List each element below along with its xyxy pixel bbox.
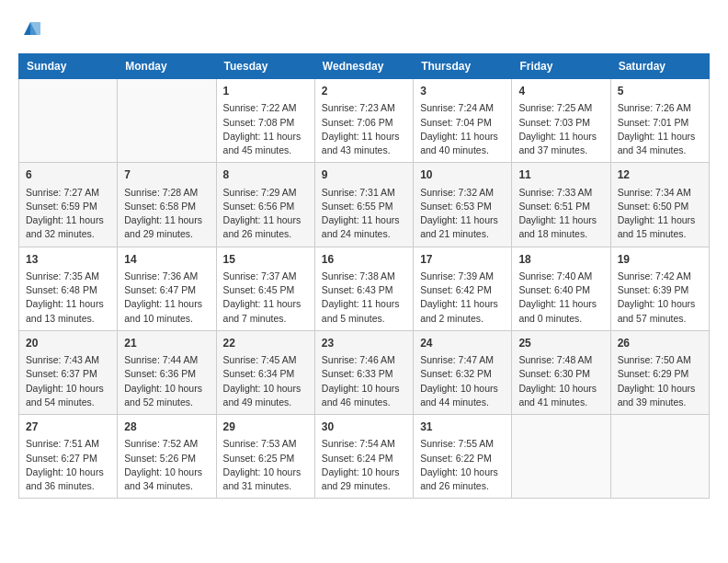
day-number: 4 bbox=[518, 84, 603, 99]
day-number: 9 bbox=[322, 167, 406, 183]
day-detail: Sunrise: 7:22 AM Sunset: 7:08 PM Dayligh… bbox=[223, 101, 308, 157]
calendar-cell bbox=[512, 415, 610, 499]
day-detail: Sunrise: 7:52 AM Sunset: 5:26 PM Dayligh… bbox=[124, 437, 209, 493]
week-row: 20Sunrise: 7:43 AM Sunset: 6:37 PM Dayli… bbox=[19, 330, 710, 414]
day-detail: Sunrise: 7:27 AM Sunset: 6:59 PM Dayligh… bbox=[26, 186, 110, 242]
day-number: 1 bbox=[223, 84, 308, 99]
calendar-cell: 23Sunrise: 7:46 AM Sunset: 6:33 PM Dayli… bbox=[314, 330, 413, 414]
calendar-cell: 6Sunrise: 7:27 AM Sunset: 6:59 PM Daylig… bbox=[19, 163, 118, 247]
day-detail: Sunrise: 7:37 AM Sunset: 6:45 PM Dayligh… bbox=[223, 270, 308, 326]
calendar-cell: 7Sunrise: 7:28 AM Sunset: 6:58 PM Daylig… bbox=[118, 163, 216, 247]
calendar-cell: 21Sunrise: 7:44 AM Sunset: 6:36 PM Dayli… bbox=[118, 330, 216, 414]
day-detail: Sunrise: 7:43 AM Sunset: 6:37 PM Dayligh… bbox=[26, 353, 110, 409]
day-number: 6 bbox=[26, 167, 110, 183]
day-detail: Sunrise: 7:33 AM Sunset: 6:51 PM Dayligh… bbox=[518, 186, 603, 242]
day-number: 26 bbox=[618, 336, 702, 351]
col-header-thursday: Thursday bbox=[414, 54, 512, 79]
calendar-cell: 24Sunrise: 7:47 AM Sunset: 6:32 PM Dayli… bbox=[414, 330, 512, 414]
day-detail: Sunrise: 7:46 AM Sunset: 6:33 PM Dayligh… bbox=[322, 353, 406, 409]
calendar-cell: 11Sunrise: 7:33 AM Sunset: 6:51 PM Dayli… bbox=[512, 163, 610, 247]
col-header-friday: Friday bbox=[512, 54, 610, 79]
day-number: 3 bbox=[420, 84, 505, 99]
day-number: 27 bbox=[26, 419, 110, 435]
week-row: 13Sunrise: 7:35 AM Sunset: 6:48 PM Dayli… bbox=[19, 247, 710, 330]
col-header-saturday: Saturday bbox=[610, 54, 709, 79]
day-number: 11 bbox=[518, 167, 603, 183]
header-row: SundayMondayTuesdayWednesdayThursdayFrid… bbox=[19, 54, 710, 79]
day-number: 2 bbox=[322, 84, 406, 99]
day-number: 15 bbox=[223, 252, 308, 268]
week-row: 6Sunrise: 7:27 AM Sunset: 6:59 PM Daylig… bbox=[19, 163, 710, 247]
week-row: 1Sunrise: 7:22 AM Sunset: 7:08 PM Daylig… bbox=[19, 79, 710, 163]
calendar-cell: 26Sunrise: 7:50 AM Sunset: 6:29 PM Dayli… bbox=[610, 330, 709, 414]
calendar-cell: 22Sunrise: 7:45 AM Sunset: 6:34 PM Dayli… bbox=[216, 330, 314, 414]
day-detail: Sunrise: 7:38 AM Sunset: 6:43 PM Dayligh… bbox=[322, 270, 406, 326]
day-detail: Sunrise: 7:55 AM Sunset: 6:22 PM Dayligh… bbox=[420, 437, 505, 493]
day-detail: Sunrise: 7:31 AM Sunset: 6:55 PM Dayligh… bbox=[322, 186, 406, 242]
day-number: 8 bbox=[223, 167, 308, 183]
calendar-cell: 17Sunrise: 7:39 AM Sunset: 6:42 PM Dayli… bbox=[414, 247, 512, 330]
day-number: 17 bbox=[420, 252, 505, 268]
calendar-cell: 15Sunrise: 7:37 AM Sunset: 6:45 PM Dayli… bbox=[216, 247, 314, 330]
col-header-monday: Monday bbox=[118, 54, 216, 79]
day-detail: Sunrise: 7:36 AM Sunset: 6:47 PM Dayligh… bbox=[124, 270, 209, 326]
day-detail: Sunrise: 7:45 AM Sunset: 6:34 PM Dayligh… bbox=[223, 353, 308, 409]
calendar-cell: 3Sunrise: 7:24 AM Sunset: 7:04 PM Daylig… bbox=[414, 79, 512, 163]
logo-icon bbox=[20, 18, 40, 39]
day-number: 19 bbox=[618, 252, 702, 268]
day-detail: Sunrise: 7:54 AM Sunset: 6:24 PM Dayligh… bbox=[322, 437, 406, 493]
week-row: 27Sunrise: 7:51 AM Sunset: 6:27 PM Dayli… bbox=[19, 415, 710, 499]
day-number: 29 bbox=[223, 419, 308, 435]
day-number: 30 bbox=[322, 419, 406, 435]
calendar-cell: 19Sunrise: 7:42 AM Sunset: 6:39 PM Dayli… bbox=[610, 247, 709, 330]
calendar-cell: 4Sunrise: 7:25 AM Sunset: 7:03 PM Daylig… bbox=[512, 79, 610, 163]
calendar-cell: 30Sunrise: 7:54 AM Sunset: 6:24 PM Dayli… bbox=[314, 415, 413, 499]
day-detail: Sunrise: 7:26 AM Sunset: 7:01 PM Dayligh… bbox=[618, 101, 702, 157]
day-detail: Sunrise: 7:29 AM Sunset: 6:56 PM Dayligh… bbox=[223, 186, 308, 242]
calendar-cell bbox=[118, 79, 216, 163]
calendar-cell: 1Sunrise: 7:22 AM Sunset: 7:08 PM Daylig… bbox=[216, 79, 314, 163]
calendar-body: 1Sunrise: 7:22 AM Sunset: 7:08 PM Daylig… bbox=[19, 79, 710, 499]
calendar-cell: 2Sunrise: 7:23 AM Sunset: 7:06 PM Daylig… bbox=[314, 79, 413, 163]
day-detail: Sunrise: 7:35 AM Sunset: 6:48 PM Dayligh… bbox=[26, 270, 110, 326]
day-detail: Sunrise: 7:34 AM Sunset: 6:50 PM Dayligh… bbox=[618, 186, 702, 242]
logo bbox=[18, 18, 40, 39]
day-detail: Sunrise: 7:48 AM Sunset: 6:30 PM Dayligh… bbox=[518, 353, 603, 409]
col-header-tuesday: Tuesday bbox=[216, 54, 314, 79]
calendar-cell: 10Sunrise: 7:32 AM Sunset: 6:53 PM Dayli… bbox=[414, 163, 512, 247]
calendar-table: SundayMondayTuesdayWednesdayThursdayFrid… bbox=[18, 53, 710, 499]
day-number: 23 bbox=[322, 336, 406, 351]
day-detail: Sunrise: 7:50 AM Sunset: 6:29 PM Dayligh… bbox=[618, 353, 702, 409]
col-header-wednesday: Wednesday bbox=[314, 54, 413, 79]
day-number: 25 bbox=[518, 336, 603, 351]
day-number: 14 bbox=[124, 252, 209, 268]
day-number: 7 bbox=[124, 167, 209, 183]
day-number: 31 bbox=[420, 419, 505, 435]
day-number: 12 bbox=[618, 167, 702, 183]
day-detail: Sunrise: 7:44 AM Sunset: 6:36 PM Dayligh… bbox=[124, 353, 209, 409]
col-header-sunday: Sunday bbox=[19, 54, 118, 79]
day-detail: Sunrise: 7:39 AM Sunset: 6:42 PM Dayligh… bbox=[420, 270, 505, 326]
day-number: 20 bbox=[26, 336, 110, 351]
calendar-cell bbox=[19, 79, 118, 163]
calendar-cell: 31Sunrise: 7:55 AM Sunset: 6:22 PM Dayli… bbox=[414, 415, 512, 499]
day-number: 18 bbox=[518, 252, 603, 268]
calendar-cell: 16Sunrise: 7:38 AM Sunset: 6:43 PM Dayli… bbox=[314, 247, 413, 330]
day-number: 16 bbox=[322, 252, 406, 268]
calendar-cell: 20Sunrise: 7:43 AM Sunset: 6:37 PM Dayli… bbox=[19, 330, 118, 414]
day-detail: Sunrise: 7:53 AM Sunset: 6:25 PM Dayligh… bbox=[223, 437, 308, 493]
calendar-cell: 8Sunrise: 7:29 AM Sunset: 6:56 PM Daylig… bbox=[216, 163, 314, 247]
calendar-cell: 12Sunrise: 7:34 AM Sunset: 6:50 PM Dayli… bbox=[610, 163, 709, 247]
calendar-header: SundayMondayTuesdayWednesdayThursdayFrid… bbox=[19, 54, 710, 79]
calendar-cell: 28Sunrise: 7:52 AM Sunset: 5:26 PM Dayli… bbox=[118, 415, 216, 499]
day-number: 24 bbox=[420, 336, 505, 351]
day-number: 5 bbox=[618, 84, 702, 99]
calendar-cell: 27Sunrise: 7:51 AM Sunset: 6:27 PM Dayli… bbox=[19, 415, 118, 499]
day-detail: Sunrise: 7:51 AM Sunset: 6:27 PM Dayligh… bbox=[26, 437, 110, 493]
day-detail: Sunrise: 7:32 AM Sunset: 6:53 PM Dayligh… bbox=[420, 186, 505, 242]
calendar-cell: 18Sunrise: 7:40 AM Sunset: 6:40 PM Dayli… bbox=[512, 247, 610, 330]
day-number: 22 bbox=[223, 336, 308, 351]
page-header bbox=[18, 18, 710, 39]
day-detail: Sunrise: 7:40 AM Sunset: 6:40 PM Dayligh… bbox=[518, 270, 603, 326]
day-number: 13 bbox=[26, 252, 110, 268]
